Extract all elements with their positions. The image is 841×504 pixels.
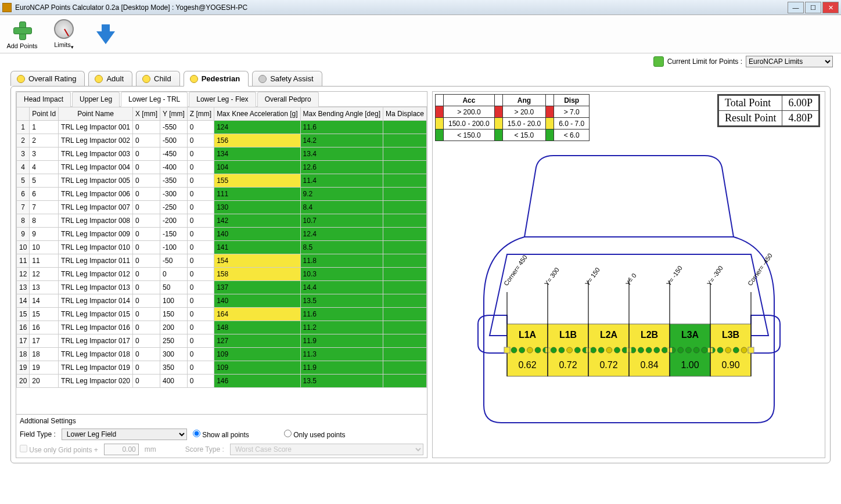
table-row[interactable]: 1414TRL Leg Impactor 0140100014013.5 [17, 294, 427, 308]
minimize-button[interactable]: — [788, 2, 804, 13]
svg-point-51 [717, 347, 723, 353]
col-disp[interactable]: Ma Displace [383, 107, 426, 121]
tab-overall-rating[interactable]: Overall Rating [10, 71, 85, 86]
content-frame: Head Impact Upper Leg Lower Leg - TRL Lo… [10, 86, 831, 463]
add-points-label: Add Points [6, 42, 37, 49]
field-type-select[interactable]: Lower Leg Field [62, 429, 187, 440]
title-bar: EuroNCAP Points Calculator 0.2a [Desktop… [0, 0, 841, 15]
subtab-overall-pedpro[interactable]: Overall Pedpro [257, 92, 319, 107]
table-row[interactable]: 1111TRL Leg Impactor 0110-50015411.8 [17, 254, 427, 268]
table-row[interactable]: 77TRL Leg Impactor 0070-25001308.4 [17, 201, 427, 214]
table-row[interactable]: 99TRL Leg Impactor 0090-150014012.4 [17, 228, 427, 241]
result-point-label: Result Point [718, 111, 782, 126]
table-row[interactable]: 1313TRL Leg Impactor 013050013714.4 [17, 281, 427, 294]
show-all-radio[interactable]: Show all points [193, 430, 249, 439]
svg-text:Y= 0: Y= 0 [624, 272, 637, 287]
left-panel: Head Impact Upper Leg Lower Leg - TRL Lo… [16, 91, 427, 458]
limits-button[interactable]: Limits▾ [48, 18, 80, 50]
sub-tabs: Head Impact Upper Leg Lower Leg - TRL Lo… [16, 92, 427, 107]
total-point-label: Total Point [718, 96, 782, 111]
window-title: EuroNCAP Points Calculator 0.2a [Desktop… [15, 3, 786, 12]
svg-point-41 [638, 347, 644, 353]
table-row[interactable]: 1212TRL Leg Impactor 01200015810.3 [17, 268, 427, 281]
table-row[interactable]: 1919TRL Leg Impactor 0190350010911.9 [17, 361, 427, 375]
close-button[interactable]: ✕ [822, 2, 839, 13]
total-point-value: 6.00P [782, 96, 819, 111]
table-row[interactable]: 1010TRL Leg Impactor 0100-10001418.5 [17, 241, 427, 254]
table-row[interactable]: 1616TRL Leg Impactor 0160200014811.2 [17, 321, 427, 334]
table-row[interactable]: 88TRL Leg Impactor 0080-200014210.7 [17, 214, 427, 228]
svg-text:1.00: 1.00 [681, 360, 699, 370]
col-z[interactable]: Z [mm] [187, 107, 214, 121]
grid-scroll[interactable]: Point Id Point Name X [mm] Y [mm] Z [mm]… [16, 107, 427, 414]
table-row[interactable]: 1717TRL Leg Impactor 0170250012711.9 [17, 334, 427, 348]
svg-text:L2A: L2A [599, 330, 617, 340]
svg-text:0.84: 0.84 [640, 360, 658, 370]
table-row[interactable]: 11TRL Leg Impactor 0010-550012411.6 [17, 121, 427, 134]
svg-text:0.72: 0.72 [599, 360, 617, 370]
table-row[interactable]: 1515TRL Leg Impactor 0150150016411.6 [17, 308, 427, 321]
add-points-button[interactable]: Add Points [6, 19, 38, 49]
limit-select[interactable]: EuroNCAP Limits [746, 56, 833, 67]
table-row[interactable]: 44TRL Leg Impactor 0040-400010412.6 [17, 161, 427, 174]
table-row[interactable]: 55TRL Leg Impactor 0050-350015511.4 [17, 174, 427, 188]
tab-adult[interactable]: Adult [88, 71, 132, 86]
grid-points-unit: mm [145, 445, 156, 453]
toolbar: Add Points Limits▾ [0, 15, 841, 53]
svg-point-52 [725, 347, 731, 353]
svg-point-31 [558, 347, 564, 353]
tab-pedestrian[interactable]: Pedestrian [184, 71, 249, 87]
limits-label: Limits▾ [54, 41, 74, 50]
svg-point-35 [590, 347, 596, 353]
right-panel: Acc Ang Disp > 200.0> 20.0> 7.0150.0 - 2… [432, 91, 825, 458]
col-accel[interactable]: Max Knee Acceleration [g] [214, 107, 300, 121]
svg-point-28 [534, 347, 540, 353]
svg-rect-67 [504, 347, 510, 353]
svg-point-33 [574, 347, 580, 353]
down-arrow-button[interactable] [89, 23, 122, 45]
svg-point-25 [511, 347, 517, 353]
svg-point-46 [677, 347, 683, 353]
table-row[interactable]: 33TRL Leg Impactor 0030-450013413.4 [17, 147, 427, 161]
maximize-button[interactable]: ☐ [805, 2, 821, 13]
table-row[interactable]: 2020TRL Leg Impactor 0200400014613.5 [17, 375, 427, 388]
only-used-radio[interactable]: Only used points [284, 430, 346, 439]
col-x[interactable]: X [mm] [133, 107, 160, 121]
subtab-lower-leg-flex[interactable]: Lower Leg - Flex [189, 92, 256, 107]
svg-point-44 [662, 347, 667, 353]
main-tabs: Overall Rating Adult Child Pedestrian Sa… [0, 71, 841, 86]
svg-text:0.62: 0.62 [518, 360, 536, 370]
current-limit-label: Current Limit for Points : [667, 57, 742, 66]
legend-table: Acc Ang Disp > 200.0> 20.0> 7.0150.0 - 2… [435, 94, 590, 141]
subtab-head-impact[interactable]: Head Impact [16, 92, 71, 107]
svg-point-48 [693, 347, 699, 353]
col-point-id[interactable]: Point Id [30, 107, 59, 121]
tab-safety-assist[interactable]: Safety Assist [252, 71, 322, 86]
svg-point-26 [519, 347, 524, 353]
svg-point-43 [653, 347, 659, 353]
svg-text:L1A: L1A [518, 330, 536, 340]
limits-bar: Current Limit for Points : EuroNCAP Limi… [0, 53, 841, 70]
subtab-upper-leg[interactable]: Upper Leg [72, 92, 120, 107]
table-row[interactable]: 22TRL Leg Impactor 0020-500015614.2 [17, 134, 427, 147]
svg-text:L1B: L1B [559, 330, 576, 340]
col-angle[interactable]: Max Bending Angle [deg] [300, 107, 383, 121]
table-row[interactable]: 1818TRL Leg Impactor 0180300010911.3 [17, 348, 427, 361]
svg-point-47 [685, 347, 691, 353]
svg-text:L3B: L3B [721, 330, 739, 340]
col-y[interactable]: Y [mm] [160, 107, 188, 121]
table-row[interactable]: 66TRL Leg Impactor 0060-30001119.2 [17, 188, 427, 201]
svg-text:Y= 300: Y= 300 [542, 266, 560, 287]
col-point-name[interactable]: Point Name [59, 107, 133, 121]
car-diagram: L1A0.62L1B0.72L2A0.72L2B0.84L3A1.00L3B0.… [433, 150, 825, 458]
svg-point-42 [646, 347, 652, 353]
svg-point-37 [606, 347, 612, 353]
svg-text:0.90: 0.90 [721, 360, 739, 370]
svg-point-36 [598, 347, 604, 353]
svg-text:Y= 150: Y= 150 [583, 266, 601, 287]
link-icon [653, 56, 664, 67]
svg-point-38 [614, 347, 620, 353]
svg-text:L2B: L2B [640, 330, 657, 340]
tab-child[interactable]: Child [136, 71, 180, 86]
subtab-lower-leg-trl[interactable]: Lower Leg - TRL [121, 92, 188, 107]
